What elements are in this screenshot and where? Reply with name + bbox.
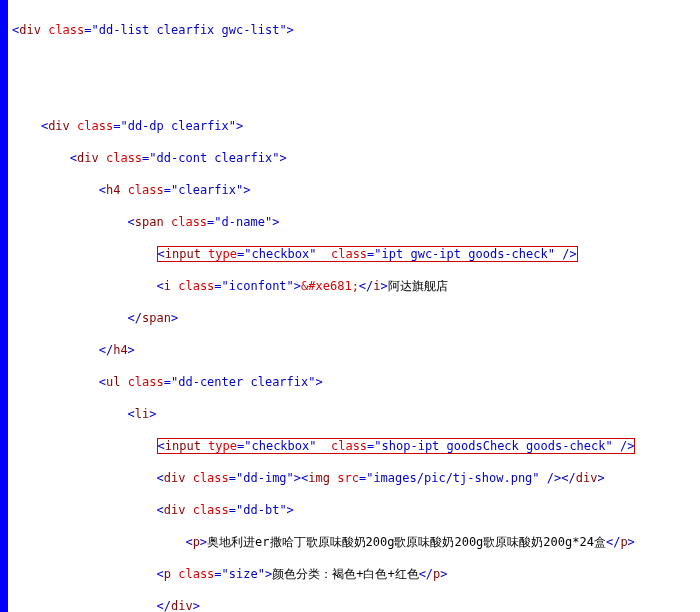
code-line: <div class="dd-cont clearfix"> xyxy=(12,150,700,166)
code-line: <i class="iconfont">&#xe681;</i>阿达旗舰店 xyxy=(12,278,700,294)
code-line: <div class="dd-bt"> xyxy=(12,502,700,518)
code-line-highlight: <input type="checkbox" class="shop-ipt g… xyxy=(12,438,700,454)
code-line: <span class="d-name"> xyxy=(12,214,700,230)
code-line: <div class="dd-img"><img src="images/pic… xyxy=(12,470,700,486)
code-line: </div> xyxy=(12,598,700,612)
code-line: </span> xyxy=(12,310,700,326)
code-line: <h4 class="clearfix"> xyxy=(12,182,700,198)
code-line-highlight: <input type="checkbox" class="ipt gwc-ip… xyxy=(12,246,700,262)
code-line: <li> xyxy=(12,406,700,422)
code-line: <p class="size">颜色分类：褐色+白色+红色</p> xyxy=(12,566,700,582)
code-line: <ul class="dd-center clearfix"> xyxy=(12,374,700,390)
code-line: <div class="dd-list clearfix gwc-list"> xyxy=(12,22,700,38)
highlight-box: <input type="checkbox" class="shop-ipt g… xyxy=(157,438,636,454)
highlight-box: <input type="checkbox" class="ipt gwc-ip… xyxy=(157,246,578,262)
code-line: <p>奥地利进er撒哈丁歌原味酸奶200g歌原味酸奶200g歌原味酸奶200g*… xyxy=(12,534,700,550)
code-editor: <div class="dd-list clearfix gwc-list"> … xyxy=(0,0,700,612)
code-line: <div class="dd-dp clearfix"> xyxy=(12,118,700,134)
code-line: </h4> xyxy=(12,342,700,358)
code-line xyxy=(12,86,700,102)
code-line xyxy=(12,54,700,70)
